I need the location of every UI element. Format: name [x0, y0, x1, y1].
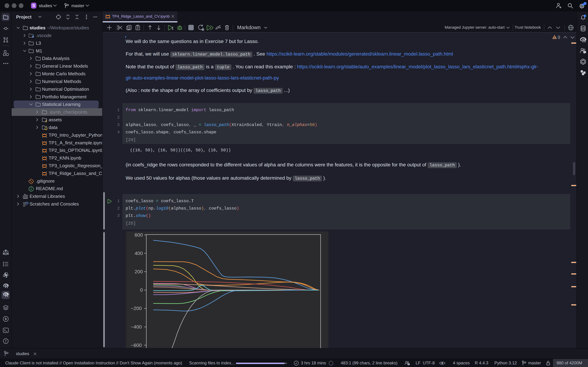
svg-text:−200: −200: [131, 306, 142, 311]
svg-text:R: R: [582, 38, 586, 43]
svg-text:0: 0: [140, 287, 143, 293]
svg-text:R: R: [5, 293, 8, 298]
svg-text:−600: −600: [131, 342, 142, 348]
svg-text:400: 400: [135, 250, 143, 256]
svg-text:200: 200: [135, 269, 143, 274]
svg-text:−400: −400: [131, 324, 142, 330]
svg-text:600: 600: [135, 232, 143, 238]
svg-text:R: R: [5, 284, 8, 289]
